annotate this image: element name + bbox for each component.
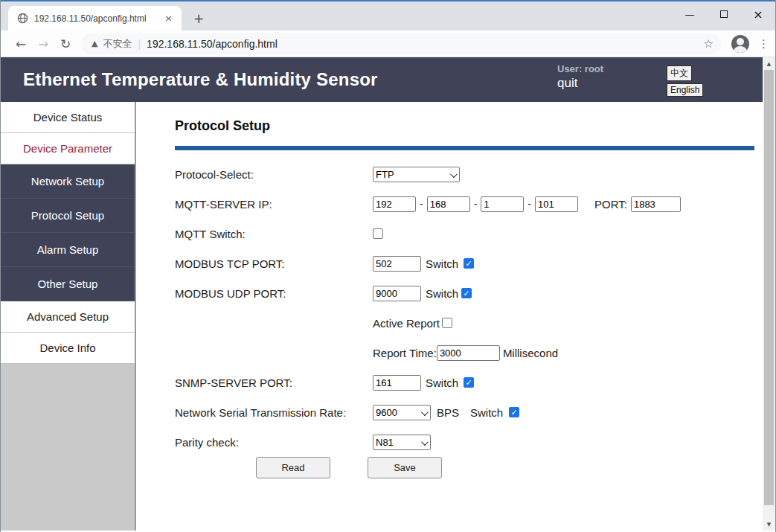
back-icon[interactable]: ← [10,36,32,51]
close-icon: × [753,7,763,22]
browser-window: 192.168.11.50/apconfig.html × + — × ← → … [0,0,776,532]
quit-link[interactable]: quit [557,76,603,91]
modbus-udp-row: MODBUS UDP PORT: Switch [175,278,754,308]
ip-dash: - [528,198,531,210]
sidebar-item-device-parameter[interactable]: Device Parameter [1,133,135,164]
mqtt-port-input[interactable] [631,196,681,212]
modbus-tcp-port-input[interactable] [373,256,421,272]
browser-toolbar: ← → ↻ ▲ 不安全 | 192.168.11.50/apconfig.htm… [1,31,775,57]
active-report-checkbox[interactable] [442,318,452,328]
snmp-switch-checkbox[interactable] [464,377,474,388]
main-content: Protocol Setup Protocol-Select: FTP MQTT… [136,102,764,531]
serial-switch-checkbox[interactable] [509,407,519,417]
report-time-row: Report Time: Millisecond [175,338,754,368]
serial-rate-row: Network Serial Transmission Rate: 9600 B… [175,397,754,427]
browser-menu-icon[interactable]: ⋮ [758,37,769,51]
active-report-label: Active Report [373,317,440,330]
modbus-tcp-switch-label: Switch [426,257,458,270]
close-button[interactable]: × [741,1,775,27]
ip-dash: - [420,198,423,210]
forward-icon[interactable]: → [32,36,54,51]
minimize-button[interactable]: — [673,1,707,27]
protocol-select-dropdown[interactable]: FTP [373,167,460,182]
page-title: Protocol Setup [175,118,754,134]
maximize-icon [720,10,728,18]
title-divider [175,146,754,150]
protocol-form: Protocol-Select: FTP MQTT-SERVER IP: - [175,159,754,478]
sidebar-item-device-info[interactable]: Device Info [1,333,135,364]
sidebar-item-other-setup[interactable]: Other Setup [1,267,135,301]
mqtt-ip-octet-3[interactable] [481,196,524,212]
snmp-port-label: SNMP-SERVER PORT: [175,376,373,389]
mqtt-switch-checkbox[interactable] [373,228,383,239]
tab-title: 192.168.11.50/apconfig.html [34,13,161,24]
not-secure-warning-icon: ▲ [92,39,97,48]
scroll-up-icon[interactable]: ▲ [763,57,775,70]
mqtt-ip-octet-1[interactable] [373,196,416,212]
serial-switch-label: Switch [470,406,503,419]
browser-tab[interactable]: 192.168.11.50/apconfig.html × [8,6,182,31]
minimize-icon: — [685,9,695,20]
web-page: Ethernet Temperature & Humidity Sensor U… [1,57,775,531]
lang-chinese-button[interactable]: 中文 [667,65,692,81]
scroll-down-icon[interactable]: ▼ [763,518,775,531]
protocol-select-row: Protocol-Select: FTP [175,159,754,189]
sidebar-item-protocol-setup[interactable]: Protocol Setup [1,199,135,233]
site-header: Ethernet Temperature & Humidity Sensor U… [1,57,764,102]
report-time-unit: Millisecond [503,347,558,359]
active-report-row: Active Report [175,308,754,338]
protocol-select-label: Protocol-Select: [175,168,373,181]
site-title: Ethernet Temperature & Humidity Sensor [23,57,378,102]
new-tab-button[interactable]: + [193,11,204,26]
refresh-icon[interactable]: ↻ [54,36,77,51]
snmp-switch-label: Switch [426,376,458,389]
profile-avatar[interactable] [731,35,749,53]
user-block: User: root quit [557,63,603,91]
serial-rate-dropdown[interactable]: 9600 [373,405,431,420]
serial-rate-unit: BPS [437,406,459,419]
save-button[interactable]: Save [368,457,442,478]
page-scrollbar[interactable]: ▲ ▼ [763,57,775,531]
bookmark-star-icon[interactable]: ☆ [704,37,714,51]
modbus-tcp-label: MODBUS TCP PORT: [175,257,373,270]
sidebar-nav: Device Status Device Parameter Network S… [1,102,136,531]
scrollbar-thumb[interactable] [764,70,774,505]
tab-strip: 192.168.11.50/apconfig.html × + — × [1,1,775,31]
ip-dash: - [474,198,478,210]
parity-dropdown[interactable]: N81 [373,435,431,450]
modbus-tcp-row: MODBUS TCP PORT: Switch [175,249,754,278]
modbus-udp-port-input[interactable] [373,286,421,301]
url-separator: | [138,38,141,50]
report-time-label: Report Time: [373,347,437,359]
mqtt-switch-row: MQTT Switch: [175,219,754,249]
modbus-tcp-switch-checkbox[interactable] [464,258,474,269]
globe-favicon-icon [17,13,28,24]
parity-row: Parity check: N81 [175,427,754,457]
mqtt-ip-label: MQTT-SERVER IP: [175,198,373,211]
modbus-udp-label: MODBUS UDP PORT: [175,287,373,300]
sidebar-item-advanced-setup[interactable]: Advanced Setup [1,301,135,333]
sidebar-item-device-status[interactable]: Device Status [1,102,135,133]
security-label[interactable]: 不安全 [103,37,132,51]
modbus-udp-switch-checkbox[interactable] [461,288,472,298]
mqtt-ip-row: MQTT-SERVER IP: - - - PORT: [175,189,754,219]
snmp-port-row: SNMP-SERVER PORT: Switch [175,368,754,397]
report-time-input[interactable] [437,345,500,361]
lang-english-button[interactable]: English [667,83,703,97]
language-switcher: 中文 English [667,65,703,99]
read-button[interactable]: Read [256,457,330,478]
url-text[interactable]: 192.168.11.50/apconfig.html [147,38,703,50]
sidebar-item-alarm-setup[interactable]: Alarm Setup [1,233,135,267]
snmp-port-input[interactable] [373,375,421,391]
mqtt-ip-octet-2[interactable] [427,196,470,212]
window-controls: — × [673,1,775,27]
mqtt-port-label: PORT: [594,198,627,211]
maximize-button[interactable] [707,1,741,27]
tab-close-icon[interactable]: × [161,13,176,24]
sidebar-item-network-setup[interactable]: Network Setup [1,164,135,199]
form-buttons-row: Read Save [175,457,754,478]
mqtt-ip-octet-4[interactable] [535,196,578,212]
mqtt-switch-label: MQTT Switch: [175,228,373,240]
user-label: User: root [557,63,603,74]
address-bar[interactable]: ▲ 不安全 | 192.168.11.50/apconfig.html ☆ [81,33,721,54]
